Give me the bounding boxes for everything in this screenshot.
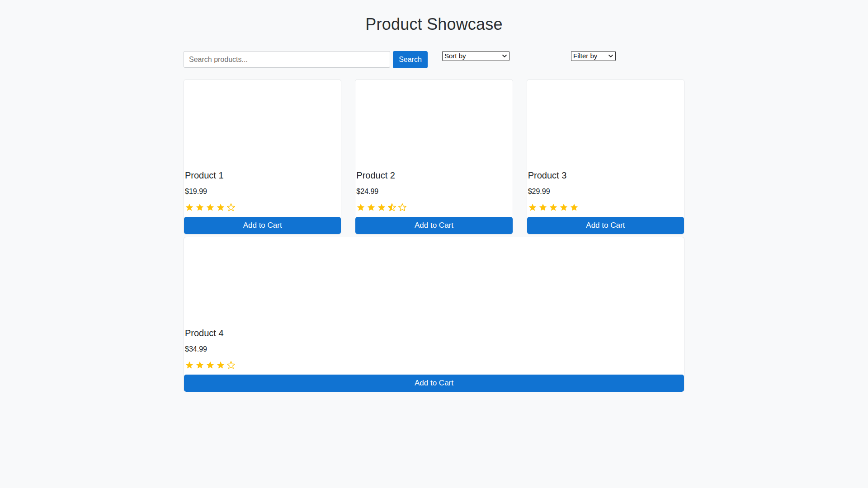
star-icon [206,361,215,370]
star-icon [356,203,365,212]
product-rating [528,203,684,212]
star-icon [387,203,396,212]
search-button[interactable]: Search [393,51,428,68]
product-price: $29.99 [528,187,684,196]
product-price: $19.99 [185,187,341,196]
star-icon [538,203,547,212]
product-card: Product 4$34.99Add to Cart [184,237,684,392]
star-icon [185,203,194,212]
filter-select-wrap: Filter by [571,51,616,61]
product-image-placeholder [184,237,684,328]
product-image-placeholder [184,80,341,170]
product-card: Product 1$19.99Add to Cart [184,79,341,235]
star-icon [528,203,537,212]
controls-row: Search Sort by Filter by [184,51,684,68]
add-to-cart-button[interactable]: Add to Cart [184,217,341,234]
star-icon [570,203,579,212]
product-name: Product 2 [356,170,512,181]
product-card: Product 3$29.99Add to Cart [527,79,684,235]
product-showcase-page: Product Showcase Search Sort by Filter b… [184,15,684,392]
product-price: $24.99 [356,187,512,196]
sort-select[interactable]: Sort by [442,51,509,61]
product-card: Product 2$24.99Add to Cart [355,79,513,235]
page-title: Product Showcase [184,15,684,34]
product-rating [185,361,684,370]
search-input[interactable] [184,51,390,68]
product-name: Product 1 [185,170,341,181]
product-rating [356,203,512,212]
star-icon [398,203,407,212]
filter-select[interactable]: Filter by [571,51,616,61]
product-price: $34.99 [185,345,684,353]
star-icon [377,203,386,212]
product-name: Product 3 [528,170,684,181]
sort-select-wrap: Sort by [442,51,509,61]
add-to-cart-button[interactable]: Add to Cart [355,217,512,234]
product-name: Product 4 [185,328,684,338]
star-icon [226,361,236,370]
product-image-placeholder [355,80,512,170]
product-grid: Product 1$19.99Add to CartProduct 2$24.9… [184,79,684,392]
product-image-placeholder [527,80,684,170]
product-rating [185,203,341,212]
star-icon [549,203,558,212]
star-icon [367,203,376,212]
star-icon [195,361,204,370]
star-icon [216,361,225,370]
star-icon [216,203,225,212]
add-to-cart-button[interactable]: Add to Cart [184,375,684,392]
star-icon [559,203,568,212]
star-icon [206,203,215,212]
star-icon [226,203,236,212]
add-to-cart-button[interactable]: Add to Cart [527,217,684,234]
star-icon [195,203,204,212]
star-icon [185,361,194,370]
